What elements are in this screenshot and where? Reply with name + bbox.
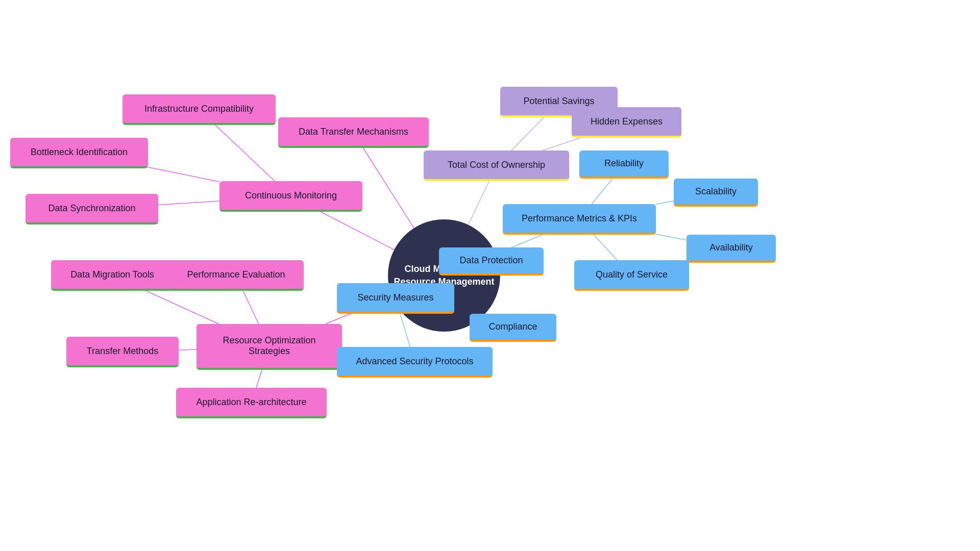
availability-node[interactable]: Availability [687,235,776,263]
data-transfer-mechanisms-node[interactable]: Data Transfer Mechanisms [278,117,429,148]
svg-line-2 [468,181,489,225]
data-synchronization-node[interactable]: Data Synchronization [26,194,158,224]
reliability-node[interactable]: Reliability [579,151,669,179]
compliance-node[interactable]: Compliance [470,314,556,342]
svg-line-10 [146,291,219,324]
svg-line-8 [158,201,219,205]
performance-metrics-kpis-node[interactable]: Performance Metrics & KPIs [503,204,656,235]
svg-line-7 [148,167,219,182]
svg-line-11 [179,349,197,350]
quality-of-service-node[interactable]: Quality of Service [574,260,689,291]
transfer-methods-node[interactable]: Transfer Methods [66,337,179,367]
security-measures-node[interactable]: Security Measures [337,283,454,314]
svg-line-17 [656,234,687,240]
svg-line-9 [243,291,258,324]
performance-evaluation-node[interactable]: Performance Evaluation [168,260,304,291]
infrastructure-compatibility-node[interactable]: Infrastructure Compatibility [122,94,276,125]
data-migration-tools-node[interactable]: Data Migration Tools [51,260,174,291]
svg-line-15 [592,179,612,204]
svg-line-12 [256,370,262,388]
application-re-architecture-node[interactable]: Application Re-architecture [176,388,327,418]
continuous-monitoring-node[interactable]: Continuous Monitoring [219,181,362,212]
svg-line-13 [511,117,544,151]
svg-line-0 [321,212,394,250]
mind-map-container: Cloud Migration & Resource ManagementCon… [0,0,980,551]
resource-optimization-strategies-node[interactable]: Resource Optimization Strategies [197,324,342,370]
data-protection-node[interactable]: Data Protection [439,247,544,276]
svg-line-1 [363,148,414,228]
total-cost-of-ownership-node[interactable]: Total Cost of Ownership [424,151,569,181]
scalability-node[interactable]: Scalability [674,179,758,207]
svg-line-18 [594,235,618,260]
svg-line-16 [656,201,674,205]
hidden-expenses-node[interactable]: Hidden Expenses [572,107,681,138]
svg-line-14 [543,138,581,151]
svg-line-6 [215,125,275,181]
advanced-security-protocols-node[interactable]: Advanced Security Protocols [337,347,493,378]
bottleneck-identification-node[interactable]: Bottleneck Identification [10,138,148,168]
